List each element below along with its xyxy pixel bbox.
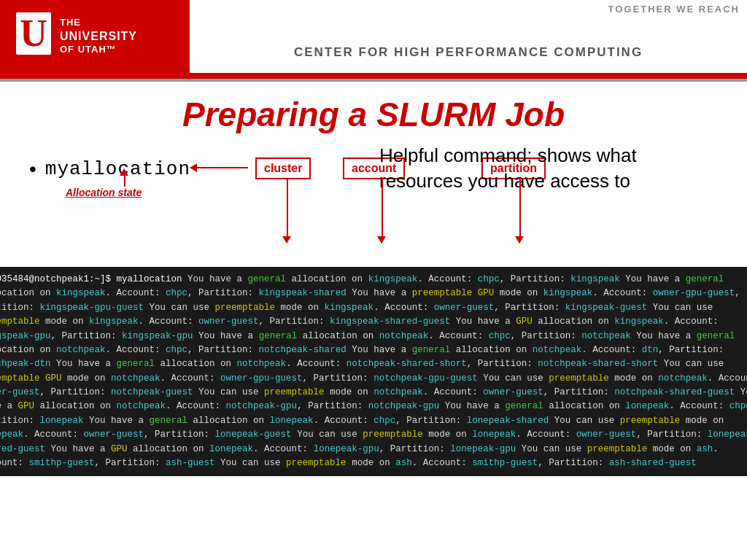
arrow-to-cluster — [188, 163, 248, 172]
slide-title: Preparing a SLURM Job — [29, 89, 718, 143]
center-title: CENTER FOR HIGH PERFORMANCE COMPUTING — [294, 45, 643, 60]
vline-cluster — [287, 178, 288, 238]
header: U THE UNIVERSITY OF UTAH™ TOGETHER WE RE… — [0, 0, 747, 73]
svg-text:U: U — [20, 12, 47, 54]
command-text: myallocation — [45, 158, 190, 180]
header-tagline: TOGETHER WE REACH — [608, 4, 740, 15]
red-divider — [0, 73, 747, 79]
cluster-box: cluster — [255, 158, 311, 179]
vline-account — [382, 178, 383, 238]
annotation-area: • myallocation Allocation state cluster … — [29, 143, 718, 267]
arrow-partition-down — [515, 236, 524, 244]
arrow-cluster-down — [282, 236, 291, 244]
arrow-account-down — [377, 236, 386, 244]
university-logo: U THE UNIVERSITY OF UTAH™ — [0, 0, 190, 73]
slide-content: Preparing a SLURM Job • myallocation All… — [0, 82, 747, 267]
allocation-state-label: Allocation state — [66, 187, 142, 198]
vline-partition — [519, 178, 521, 238]
terminal: [u6035484@notchpeak1:~]$ myallocation Yo… — [0, 267, 747, 476]
logo-text: THE UNIVERSITY OF UTAH™ — [60, 17, 137, 57]
logo-u-letter: U — [15, 11, 53, 62]
bullet-row: • myallocation — [29, 158, 190, 181]
header-center: TOGETHER WE REACH CENTER FOR HIGH PERFOR… — [190, 0, 747, 73]
helpful-text: Helpful command; shows what resources yo… — [379, 143, 718, 194]
arrow-up-alloc — [120, 168, 128, 176]
bullet-point: • — [29, 158, 36, 181]
